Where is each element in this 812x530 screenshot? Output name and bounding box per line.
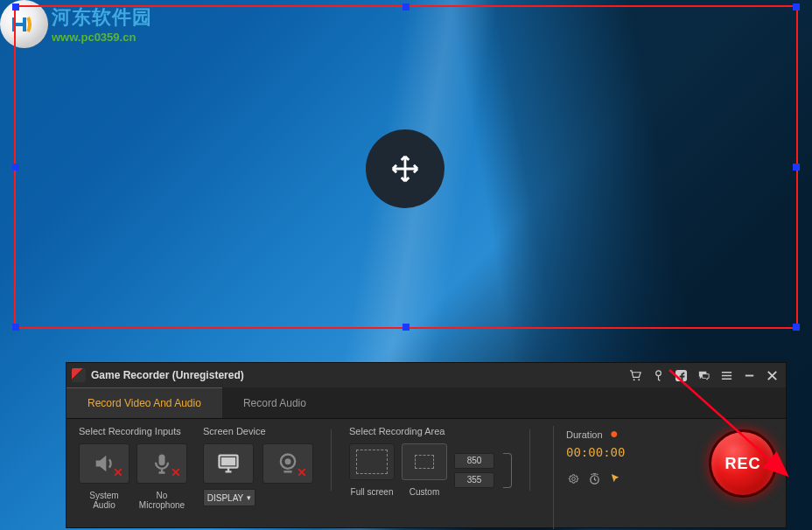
dimension-link-icon[interactable] xyxy=(503,453,512,488)
custom-area-button[interactable] xyxy=(402,443,447,480)
close-button[interactable] xyxy=(765,368,779,382)
tab-record-video-audio[interactable]: Record Video And Audio xyxy=(66,387,222,418)
device-section-label: Screen Device xyxy=(203,426,313,436)
divider xyxy=(331,429,332,491)
tab-bar: Record Video And Audio Record Audio xyxy=(66,387,786,419)
custom-label: Custom xyxy=(402,487,447,497)
svg-point-1 xyxy=(633,379,634,380)
area-section-label: Select Recording Area xyxy=(349,426,512,436)
display-dropdown[interactable]: DISPLAY xyxy=(203,489,256,506)
divider xyxy=(529,429,530,491)
section-screen-device: Screen Device DISPLAY ✕ xyxy=(203,426,313,529)
microphone-label: No Microphone xyxy=(136,491,187,510)
svg-rect-7 xyxy=(221,457,235,465)
system-audio-label: System Audio xyxy=(79,491,130,510)
menu-icon[interactable] xyxy=(719,368,733,382)
disabled-x-icon: ✕ xyxy=(297,465,307,479)
resize-handle-top-center[interactable] xyxy=(402,3,410,10)
section-recording-area: Select Recording Area Full screen Custom… xyxy=(349,426,512,529)
disabled-x-icon: ✕ xyxy=(113,465,123,479)
display-device-button[interactable] xyxy=(203,443,254,484)
svg-point-2 xyxy=(638,379,640,380)
system-audio-button[interactable]: ✕ xyxy=(79,443,130,484)
width-input[interactable]: 850 xyxy=(454,453,494,469)
monitor-icon xyxy=(216,451,241,476)
disabled-x-icon: ✕ xyxy=(171,465,181,479)
recording-indicator-dot: ● xyxy=(610,426,619,441)
resize-handle-mid-right[interactable] xyxy=(793,164,800,171)
move-selection-button[interactable] xyxy=(366,129,444,208)
game-recorder-window: Game Recorder (Unregistered) Record Vide… xyxy=(66,362,787,528)
inputs-section-label: Select Recording Inputs xyxy=(79,426,187,436)
app-icon xyxy=(72,368,86,382)
cart-icon[interactable] xyxy=(628,368,642,382)
fullscreen-area-button[interactable] xyxy=(349,443,395,480)
settings-icon[interactable] xyxy=(566,471,580,485)
section-duration: Duration ● 00:00:00 xyxy=(553,426,625,529)
window-title: Game Recorder (Unregistered) xyxy=(91,369,628,381)
move-icon xyxy=(390,154,420,184)
microphone-button[interactable]: ✕ xyxy=(136,443,187,484)
record-button-label: REC xyxy=(724,455,760,473)
resize-handle-bottom-right[interactable] xyxy=(793,324,800,331)
key-icon[interactable] xyxy=(651,368,665,382)
webcam-button[interactable]: ✕ xyxy=(262,443,313,484)
titlebar[interactable]: Game Recorder (Unregistered) xyxy=(66,363,786,387)
cursor-icon[interactable] xyxy=(608,471,622,485)
duration-value: 00:00:00 xyxy=(566,445,625,459)
minimize-button[interactable] xyxy=(742,368,756,382)
timer-icon[interactable] xyxy=(587,471,601,485)
resize-handle-mid-left[interactable] xyxy=(12,164,19,171)
section-recording-inputs: Select Recording Inputs ✕ System Audio ✕… xyxy=(79,426,187,529)
svg-point-9 xyxy=(285,458,291,464)
chat-icon[interactable] xyxy=(696,368,710,382)
facebook-icon[interactable] xyxy=(674,368,688,382)
svg-point-3 xyxy=(655,370,661,375)
height-input[interactable]: 355 xyxy=(454,472,494,488)
resize-handle-top-right[interactable] xyxy=(793,3,800,10)
resize-handle-top-left[interactable] xyxy=(12,3,19,10)
record-button[interactable]: REC xyxy=(709,429,777,498)
fullscreen-label: Full screen xyxy=(349,487,395,497)
resize-handle-bottom-center[interactable] xyxy=(402,324,410,331)
svg-rect-5 xyxy=(159,455,165,466)
tab-record-audio[interactable]: Record Audio xyxy=(222,387,327,418)
resize-handle-bottom-left[interactable] xyxy=(12,324,19,331)
duration-label: Duration xyxy=(566,429,603,440)
